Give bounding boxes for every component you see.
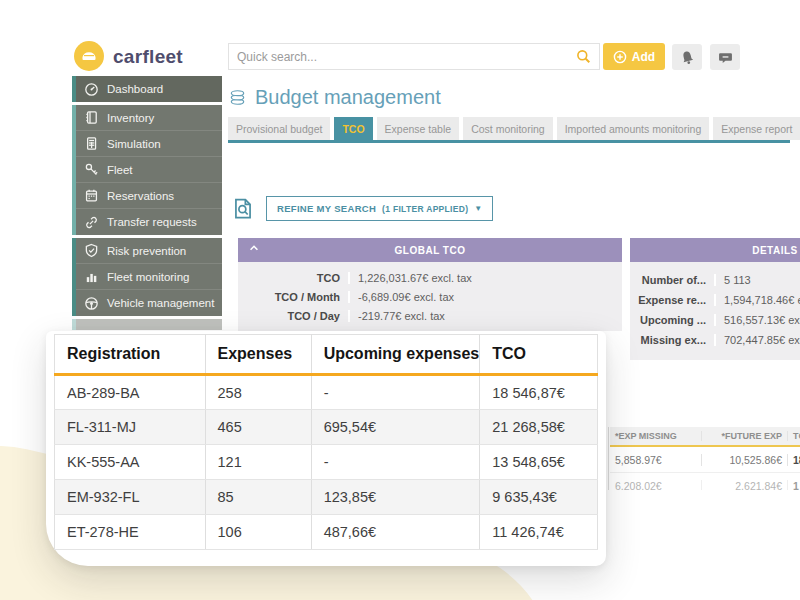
sidebar-item-dashboard[interactable]: Dashboard [76,76,222,102]
tab-tco[interactable]: TCO [334,117,372,140]
tab-cost-monitoring[interactable]: Cost monitoring [463,117,553,140]
stat-row: Number of... 5 113 [630,270,800,290]
notifications-button[interactable] [672,44,702,70]
cell-expenses: 106 [205,515,311,550]
tab-provisional-budget[interactable]: Provisional budget [228,117,330,140]
cell-upcoming-expenses: 487,66€ [311,515,480,550]
background-tco-table: *EXP MISSING *FUTURE EXP TCO 5,858.97€ 1… [610,427,800,490]
column-header: *FUTURE EXP [702,431,788,441]
cell-future-exp: 2,621.84€ [702,480,788,491]
column-header-expenses: Expenses [205,335,311,375]
sidebar-item-label: Vehicle management [107,297,214,309]
global-tco-title: GLOBAL TCO [395,245,466,256]
quick-search-input[interactable] [237,50,576,64]
sidebar-item-label: Reservations [107,190,174,202]
table-row[interactable]: AB-289-BA 258 - 18 546,87€ [55,375,598,410]
cell-registration: AB-289-BA [55,375,206,410]
add-button-label: Add [632,50,655,64]
stat-row: Expense re... 1,594,718.46€ excl. tax [630,290,800,310]
global-tco-header[interactable]: GLOBAL TCO [238,238,622,262]
tab-expense-table[interactable]: Expense table [377,117,460,140]
details-header[interactable]: DETAILS [630,238,800,262]
chat-bubble-icon [718,50,733,65]
details-panel: DETAILS Number of... 5 113 Expense re...… [630,238,800,360]
chevron-up-icon[interactable] [248,242,260,254]
steering-wheel-icon [84,296,99,311]
cell-exp-missing: 6,208.02€ [610,480,702,491]
stat-label: TCO / Day [238,310,350,322]
sidebar-item-label: Simulation [107,138,161,150]
stat-label: TCO [238,272,350,284]
table-row[interactable]: KK-555-AA 121 - 13 548,65€ [55,445,598,480]
sidebar-item-risk-prevention[interactable]: Risk prevention [76,238,222,264]
carfleet-logo[interactable] [74,41,104,71]
chevron-down-icon: ▼ [474,204,482,213]
cell-tco: 13 548,65€ [480,445,598,480]
cell-registration: KK-555-AA [55,445,206,480]
coins-icon [228,88,247,107]
bell-icon [678,48,696,66]
stat-value: 1,226,031.67€ excl. tax [350,272,472,284]
cell-expenses: 85 [205,480,311,515]
column-header: *EXP MISSING [610,431,702,441]
tab-expense-report[interactable]: Expense report [713,117,800,140]
stat-label: Upcoming ... [630,314,716,326]
cell-tco: 18 [788,454,800,466]
cell-upcoming-expenses: - [311,445,480,480]
quick-search [228,43,600,70]
stat-value: 1,594,718.46€ excl. tax [716,294,800,306]
search-icon[interactable] [576,49,591,64]
details-title: DETAILS [752,245,798,256]
cell-expenses: 258 [205,375,311,410]
table-header-row: Registration Expenses Upcoming expenses … [55,335,598,375]
cell-tco: 1 [788,480,800,491]
messages-button[interactable] [710,44,740,70]
document-search-icon[interactable] [232,197,254,221]
sidebar-item-transfer-requests[interactable]: Transfer requests [76,209,222,235]
tab-imported-amounts-monitoring[interactable]: Imported amounts monitoring [557,117,710,140]
tab-bar: Provisional budget TCO Expense table Cos… [228,117,800,140]
sidebar-item-label: Fleet monitoring [107,271,189,283]
sidebar-item-label: Risk prevention [107,245,186,257]
sidebar-item-fleet-monitoring[interactable]: Fleet monitoring [76,264,222,290]
key-icon [84,162,99,177]
vehicle-tco-table: Registration Expenses Upcoming expenses … [54,334,598,550]
gauge-icon [84,82,99,97]
add-button[interactable]: Add [603,43,665,70]
cell-tco: 21 268,58€ [480,410,598,445]
stat-label: TCO / Month [238,291,350,303]
stat-value: -219.77€ excl. tax [350,310,445,322]
refine-search-button[interactable]: REFINE MY SEARCH (1 FILTER APPLIED) ▼ [266,196,493,221]
sidebar-item-vehicle-management[interactable]: Vehicle management [76,290,222,316]
sidebar-item-simulation[interactable]: Simulation [76,131,222,157]
column-header-registration: Registration [55,335,206,375]
global-tco-panel: GLOBAL TCO TCO 1,226,031.67€ excl. tax T… [238,238,622,331]
table-row[interactable]: EM-932-FL 85 123,85€ 9 635,43€ [55,480,598,515]
cell-exp-missing: 5,858.97€ [610,454,702,466]
table-row[interactable]: 5,858.97€ 10,525.86€ 18 [610,447,800,473]
sidebar-group-2: Inventory Simulation Fleet [72,105,222,235]
table-row[interactable]: FL-311-MJ 465 695,54€ 21 268,58€ [55,410,598,445]
page: carfleet Add [0,0,800,600]
column-header-upcoming-expenses: Upcoming expenses [311,335,480,375]
sidebar-item-reservations[interactable]: Reservations [76,183,222,209]
global-tco-body: TCO 1,226,031.67€ excl. tax TCO / Month … [238,262,622,331]
cell-future-exp: 10,525.86€ [702,454,788,466]
sidebar-item-inventory[interactable]: Inventory [76,105,222,131]
stat-row: TCO 1,226,031.67€ excl. tax [238,268,622,287]
filter-bar: REFINE MY SEARCH (1 FILTER APPLIED) ▼ [232,196,493,221]
stat-value: -6,689.09€ excl. tax [350,291,454,303]
table-row[interactable]: 6,208.02€ 2,621.84€ 1 [610,473,800,490]
sidebar-group-3: Risk prevention Fleet monitoring Vehicle… [72,238,222,316]
column-header-tco: TCO [480,335,598,375]
stat-label: Number of... [630,274,716,286]
sidebar-item-partial [72,319,222,330]
table-row[interactable]: ET-278-HE 106 487,66€ 11 426,74€ [55,515,598,550]
cell-upcoming-expenses: 695,54€ [311,410,480,445]
stat-row: Upcoming ... 516,557.13€ excl. tax [630,310,800,330]
sidebar-item-fleet[interactable]: Fleet [76,157,222,183]
cell-tco: 18 546,87€ [480,375,598,410]
stat-row: TCO / Month -6,689.09€ excl. tax [238,287,622,306]
stat-row: Missing ex... 702,447.85€ excl. tax [630,330,800,350]
sidebar-item-label: Dashboard [107,83,163,95]
